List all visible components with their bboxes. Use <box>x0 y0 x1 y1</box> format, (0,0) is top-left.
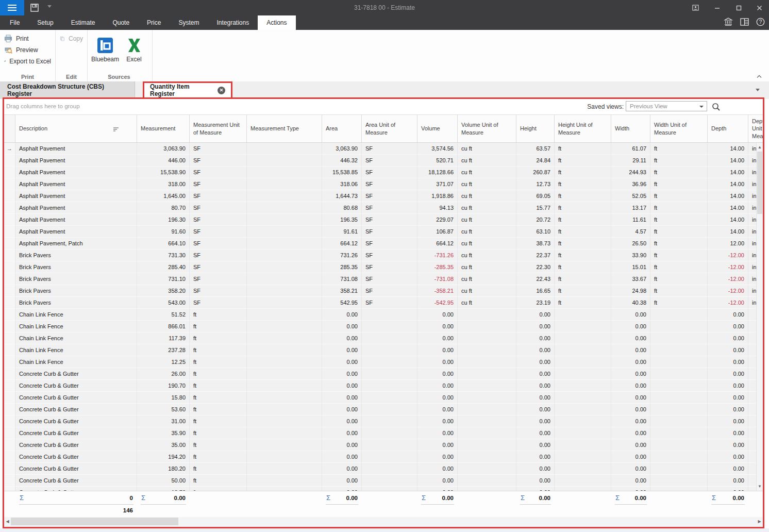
cell-area_uom[interactable]: SF <box>362 273 417 285</box>
cell-description[interactable]: Concrete Curb & Gutter <box>15 380 137 392</box>
cell-width_uom[interactable] <box>650 415 708 427</box>
cell-height[interactable]: 24.84 <box>516 155 555 167</box>
cell-height[interactable]: 260.87 <box>516 167 555 178</box>
cell-area_uom[interactable] <box>362 321 417 332</box>
cell-depth[interactable]: -12.00 <box>708 297 748 309</box>
cell-volume_uom[interactable]: cu ft <box>458 261 516 273</box>
row-selector[interactable] <box>4 344 15 356</box>
cell-height_uom[interactable]: ft <box>555 226 611 238</box>
cell-measurement_type[interactable] <box>247 475 322 487</box>
cell-depth_uom[interactable] <box>748 309 756 321</box>
cell-width_uom[interactable]: ft <box>650 261 708 273</box>
cell-measurement_uom[interactable]: SF <box>190 250 247 261</box>
cell-width[interactable]: 0.00 <box>611 368 650 380</box>
cell-width_uom[interactable]: ft <box>650 226 708 238</box>
cell-volume[interactable]: 3,574.56 <box>417 143 458 155</box>
cell-description[interactable]: Brick Pavers <box>15 273 137 285</box>
cell-measurement_type[interactable] <box>247 344 322 356</box>
cell-height_uom[interactable] <box>555 309 611 321</box>
cell-depth_uom[interactable] <box>748 368 756 380</box>
cell-height_uom[interactable] <box>555 463 611 475</box>
cell-width_uom[interactable]: ft <box>650 143 708 155</box>
cell-width_uom[interactable]: ft <box>650 297 708 309</box>
cell-volume_uom[interactable] <box>458 368 516 380</box>
cell-width[interactable]: 0.00 <box>611 451 650 463</box>
bank-icon[interactable] <box>724 18 733 28</box>
cell-height_uom[interactable]: ft <box>555 167 611 178</box>
cell-measurement[interactable]: 664.10 <box>137 238 190 250</box>
row-selector[interactable] <box>4 214 15 226</box>
cell-description[interactable]: Asphalt Pavement <box>15 167 137 178</box>
cell-description[interactable]: Brick Pavers <box>15 261 137 273</box>
cell-height_uom[interactable]: ft <box>555 214 611 226</box>
cell-height_uom[interactable] <box>555 380 611 392</box>
cell-volume_uom[interactable]: cu ft <box>458 214 516 226</box>
cell-description[interactable]: Concrete Curb & Gutter <box>15 487 137 491</box>
window-display-options-icon[interactable] <box>687 0 704 15</box>
table-row[interactable]: Asphalt Pavement80.70SF80.68SF94.13cu ft… <box>4 202 756 214</box>
cell-volume_uom[interactable] <box>458 309 516 321</box>
cell-description[interactable]: Chain Link Fence <box>15 356 137 368</box>
cell-measurement[interactable]: 731.30 <box>137 250 190 261</box>
cell-volume[interactable]: -731.08 <box>417 273 458 285</box>
row-selector[interactable] <box>4 190 15 202</box>
table-row[interactable]: Concrete Curb & Gutter15.80ft0.000.000.0… <box>4 392 756 404</box>
table-row[interactable]: Brick Pavers285.40SF285.35SF-285.35cu ft… <box>4 261 756 273</box>
cell-height_uom[interactable] <box>555 368 611 380</box>
cell-width_uom[interactable] <box>650 380 708 392</box>
cell-measurement_uom[interactable]: ft <box>190 380 247 392</box>
cell-height_uom[interactable]: ft <box>555 285 611 297</box>
menu-item-quote[interactable]: Quote <box>104 15 138 30</box>
cell-volume_uom[interactable] <box>458 356 516 368</box>
cell-measurement[interactable]: 543.00 <box>137 297 190 309</box>
table-row[interactable]: Chain Link Fence51.52ft0.000.000.000.000… <box>4 309 756 321</box>
cell-depth_uom[interactable]: in <box>748 297 756 309</box>
cell-area_uom[interactable] <box>362 344 417 356</box>
cell-measurement_uom[interactable]: SF <box>190 190 247 202</box>
cell-area_uom[interactable]: SF <box>362 250 417 261</box>
cell-height_uom[interactable]: ft <box>555 297 611 309</box>
table-row[interactable]: Brick Pavers543.00SF542.95SF-542.95cu ft… <box>4 297 756 309</box>
cell-description[interactable]: Concrete Curb & Gutter <box>15 451 137 463</box>
cell-description[interactable]: Concrete Curb & Gutter <box>15 392 137 404</box>
cell-volume[interactable]: 0.00 <box>417 427 458 439</box>
row-selector[interactable] <box>4 380 15 392</box>
cell-measurement_type[interactable] <box>247 250 322 261</box>
cell-width[interactable]: 52.05 <box>611 190 650 202</box>
cell-width[interactable]: 24.98 <box>611 285 650 297</box>
cell-area_uom[interactable]: SF <box>362 167 417 178</box>
cell-area_uom[interactable] <box>362 427 417 439</box>
cell-height[interactable]: 22.30 <box>516 261 555 273</box>
cell-depth_uom[interactable] <box>748 344 756 356</box>
cell-measurement_uom[interactable]: ft <box>190 475 247 487</box>
cell-width[interactable]: 4.57 <box>611 226 650 238</box>
cell-width_uom[interactable] <box>650 475 708 487</box>
layout-grid-icon[interactable] <box>740 18 749 28</box>
column-header-measurement_type[interactable]: Measurement Type <box>247 115 322 142</box>
cell-depth_uom[interactable] <box>748 487 756 491</box>
cell-description[interactable]: Asphalt Pavement <box>15 143 137 155</box>
cell-height[interactable]: 0.00 <box>516 463 555 475</box>
cell-width[interactable]: 33.67 <box>611 273 650 285</box>
cell-measurement_type[interactable] <box>247 285 322 297</box>
table-row[interactable]: Asphalt Pavement318.00SF318.06SF371.07cu… <box>4 178 756 190</box>
app-menu-button[interactable] <box>0 0 24 15</box>
row-selector[interactable] <box>4 439 15 451</box>
cell-height[interactable]: 20.72 <box>516 214 555 226</box>
cell-measurement[interactable]: 1,645.00 <box>137 190 190 202</box>
cell-width_uom[interactable]: ft <box>650 238 708 250</box>
cell-depth[interactable]: 0.00 <box>708 475 748 487</box>
cell-measurement_type[interactable] <box>247 321 322 332</box>
cell-area[interactable]: 80.68 <box>322 202 362 214</box>
cell-volume[interactable]: 0.00 <box>417 439 458 451</box>
cell-width_uom[interactable]: ft <box>650 178 708 190</box>
cell-measurement_uom[interactable]: ft <box>190 321 247 332</box>
cell-depth[interactable]: 0.00 <box>708 309 748 321</box>
cell-volume_uom[interactable]: cu ft <box>458 202 516 214</box>
cell-depth[interactable]: 0.00 <box>708 427 748 439</box>
table-row[interactable]: Asphalt Pavement15,538.90SF15,538.85SF18… <box>4 167 756 178</box>
cell-measurement_type[interactable] <box>247 238 322 250</box>
cell-measurement_uom[interactable]: ft <box>190 368 247 380</box>
cell-depth[interactable]: 0.00 <box>708 368 748 380</box>
cell-width[interactable]: 244.93 <box>611 167 650 178</box>
